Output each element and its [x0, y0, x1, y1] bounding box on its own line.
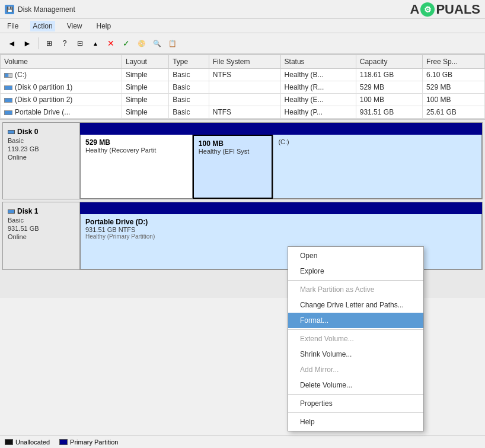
type-cell: Basic [169, 106, 209, 119]
back-button[interactable]: ◄ [5, 36, 19, 50]
gear-icon: ⚙ [420, 2, 435, 17]
fileSystem-cell [209, 81, 280, 94]
col-filesystem[interactable]: File System [209, 55, 280, 69]
type-cell: Basic [169, 81, 209, 94]
context-menu-item-open[interactable]: Open [288, 248, 423, 263]
context-menu-item-change-drive-letter[interactable]: Change Drive Letter and Paths... [288, 297, 423, 313]
partition-c-label: (C:) [278, 138, 477, 145]
disk-1-status: Online [8, 233, 75, 240]
menu-help[interactable]: Help [94, 21, 114, 31]
disk-1-name: Disk 1 [17, 207, 38, 215]
partition-529mb-size: 529 MB [85, 138, 187, 147]
search-button[interactable]: 🔍 [150, 36, 164, 50]
volume-table-area: Volume Layout Type File System Status Ca… [0, 55, 485, 120]
capacity-cell: 931.51 GB [356, 106, 422, 119]
primary-color [59, 439, 68, 445]
menu-view[interactable]: View [65, 21, 85, 31]
view-list-button[interactable]: ⊟ [73, 36, 87, 50]
partition-portable-name: Portable Drive (D:) [85, 218, 477, 226]
context-menu-item-delete-volume[interactable]: Delete Volume... [288, 377, 423, 393]
check-button[interactable]: ✓ [119, 36, 133, 50]
unallocated-label: Unallocated [15, 439, 50, 446]
volume-cell: Portable Drive (... [1, 106, 122, 119]
disk-1-icon [8, 209, 15, 214]
disk-0-row: Disk 0 Basic 119.23 GB Online 529 MB Hea… [2, 122, 483, 199]
appuals-logo: A ⚙ PUALS [410, 2, 480, 17]
col-status[interactable]: Status [280, 55, 356, 69]
context-menu-item-explore[interactable]: Explore [288, 263, 423, 279]
freeSpace-cell: 6.10 GB [423, 69, 485, 81]
disk-icon [4, 85, 12, 90]
col-capacity[interactable]: Capacity [356, 55, 422, 69]
layout-cell: Simple [122, 81, 168, 94]
type-cell: Basic [169, 94, 209, 106]
menu-action[interactable]: Action [30, 21, 55, 31]
type-cell: Basic [169, 69, 209, 81]
table-row[interactable]: (Disk 0 partition 1)SimpleBasicHealthy (… [1, 81, 485, 94]
status-bar: Unallocated Primary Partition [0, 435, 485, 448]
menu-file[interactable]: File [5, 21, 21, 31]
table-row[interactable]: Portable Drive (...SimpleBasicNTFSHealth… [1, 106, 485, 119]
context-menu-item-help[interactable]: Help [288, 414, 423, 430]
properties-button[interactable]: 📋 [165, 36, 180, 50]
context-menu-separator [288, 394, 423, 395]
context-menu-item-format[interactable]: Format... [288, 313, 423, 328]
partition-100mb-label: Healthy (EFI Syst [199, 148, 267, 155]
disk-icon [4, 73, 12, 78]
app-icon: 💾 [5, 5, 14, 14]
context-menu-item-properties[interactable]: Properties [288, 396, 423, 411]
disk-0-name: Disk 0 [17, 128, 38, 136]
table-row[interactable]: (C:)SimpleBasicNTFSHealthy (B...118.61 G… [1, 69, 485, 81]
volume-table: Volume Layout Type File System Status Ca… [0, 55, 485, 119]
volume-cell: (C:) [1, 69, 122, 81]
context-menu-item-shrink-volume[interactable]: Shrink Volume... [288, 347, 423, 362]
status-primary: Primary Partition [59, 439, 118, 446]
disk-button[interactable]: 📀 [135, 36, 149, 50]
menu-bar: File Action View Help [0, 19, 485, 33]
status-cell: Healthy (R... [280, 81, 356, 94]
disk-0-status: Online [8, 154, 75, 161]
status-cell: Healthy (E... [280, 94, 356, 106]
context-menu: OpenExploreMark Partition as ActiveChang… [288, 246, 424, 431]
status-cell: Healthy (P... [280, 106, 356, 119]
capacity-cell: 100 MB [356, 94, 422, 106]
status-unallocated: Unallocated [5, 439, 50, 446]
fileSystem-cell: NTFS [209, 106, 280, 119]
layout-cell: Simple [122, 106, 168, 119]
volume-cell: (Disk 0 partition 1) [1, 81, 122, 94]
partition-c[interactable]: (C:) [273, 135, 482, 199]
disk-0-partitions: 529 MB Healthy (Recovery Partit 100 MB H… [80, 123, 482, 199]
unallocated-color [5, 439, 13, 445]
partition-529mb-label: Healthy (Recovery Partit [85, 147, 187, 154]
up-button[interactable]: ▲ [88, 36, 103, 50]
freeSpace-cell: 25.61 GB [423, 106, 485, 119]
disk-0-parts-row: 529 MB Healthy (Recovery Partit 100 MB H… [80, 135, 482, 199]
toolbar-separator-1 [38, 37, 39, 49]
col-volume[interactable]: Volume [1, 55, 122, 69]
disk-1-label: Disk 1 Basic 931.51 GB Online [3, 202, 80, 269]
partition-portable-size: 931.51 GB NTFS [85, 226, 477, 233]
disk-1-size: 931.51 GB [8, 225, 75, 232]
view-grid-button[interactable]: ⊞ [42, 36, 56, 50]
disk-1-top-bar [80, 202, 482, 214]
help-button[interactable]: ? [58, 36, 72, 50]
col-layout[interactable]: Layout [122, 55, 168, 69]
disk-0-icon [8, 130, 15, 134]
freeSpace-cell: 529 MB [423, 81, 485, 94]
partition-100mb-size: 100 MB [199, 139, 267, 148]
forward-button[interactable]: ► [20, 36, 34, 50]
col-freespace[interactable]: Free Sp... [423, 55, 485, 69]
window-title: Disk Management [18, 5, 75, 14]
context-menu-separator [288, 280, 423, 281]
partition-100mb[interactable]: 100 MB Healthy (EFI Syst [193, 135, 273, 199]
delete-button[interactable]: ✕ [104, 36, 118, 50]
partition-529mb[interactable]: 529 MB Healthy (Recovery Partit [80, 135, 193, 199]
disk-0-type: Basic [8, 137, 75, 144]
fileSystem-cell: NTFS [209, 69, 280, 81]
layout-cell: Simple [122, 69, 168, 81]
col-type[interactable]: Type [169, 55, 209, 69]
freeSpace-cell: 100 MB [423, 94, 485, 106]
table-row[interactable]: (Disk 0 partition 2)SimpleBasicHealthy (… [1, 94, 485, 106]
context-menu-item-mark-active: Mark Partition as Active [288, 282, 423, 297]
primary-label: Primary Partition [70, 439, 118, 446]
